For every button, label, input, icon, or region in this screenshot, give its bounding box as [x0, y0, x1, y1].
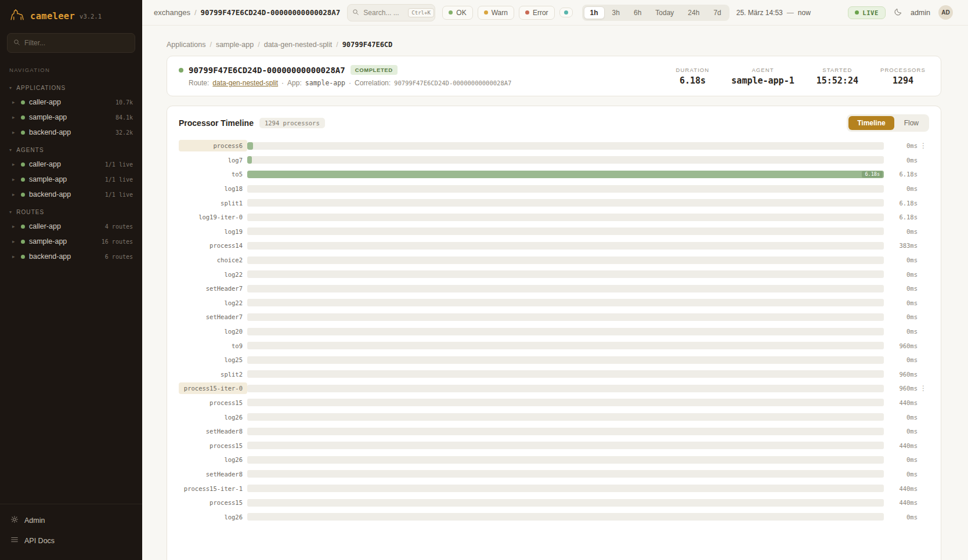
processor-count-badge: 1294 processors [259, 118, 325, 128]
kebab-menu-icon[interactable]: ⋮ [918, 384, 929, 392]
sidebar-filter-input[interactable] [24, 39, 129, 47]
time-range-24h[interactable]: 24h [681, 6, 706, 19]
view-timeline-button[interactable]: Timeline [848, 116, 894, 130]
timeline-row-log26[interactable]: log260ms⋮ [179, 410, 929, 424]
breadcrumb-exchanges[interactable]: exchanges [154, 8, 190, 17]
timeline-row-setHeader7[interactable]: setHeader70ms⋮ [179, 310, 929, 324]
timeline-row-process15[interactable]: process15440ms⋮ [179, 396, 929, 410]
duration-value: 0ms [884, 428, 918, 435]
processor-name: log22 [179, 297, 247, 309]
view-flow-button[interactable]: Flow [895, 116, 927, 130]
timeline-row-setHeader7[interactable]: setHeader70ms⋮ [179, 281, 929, 296]
sidebar-section-applications[interactable]: ▾APPLICATIONS [0, 78, 142, 95]
duration-value: 960ms [884, 371, 918, 378]
timeline-track [247, 156, 884, 164]
timeline-track [247, 313, 884, 321]
filter-chip-extra[interactable] [559, 8, 573, 17]
duration-value: 960ms [884, 342, 918, 349]
sidebar-item-sample-app[interactable]: ▸sample-app16 routes [0, 234, 142, 249]
date-range[interactable]: 25. März 14:53 — now [736, 9, 811, 17]
sidebar-item-sample-app[interactable]: ▸sample-app84.1k [0, 110, 142, 125]
time-range-1h[interactable]: 1h [584, 6, 605, 19]
timeline-row-log18[interactable]: log180ms⋮ [179, 182, 929, 196]
brand-logo[interactable]: cameleer v3.2.1 [0, 0, 142, 31]
timeline-row-split1[interactable]: split16.18s⋮ [179, 196, 929, 210]
time-range-today[interactable]: Today [649, 6, 680, 19]
timeline-row-log22[interactable]: log220ms⋮ [179, 267, 929, 281]
timeline-title: Processor Timeline [179, 118, 254, 128]
timeline-row-process14[interactable]: process14383ms⋮ [179, 239, 929, 253]
status-dot-icon [21, 225, 25, 229]
sidebar-section-agents[interactable]: ▾AGENTS [0, 140, 142, 157]
filter-chip-label: Warn [492, 9, 508, 17]
timeline-row-log20[interactable]: log200ms⋮ [179, 324, 929, 339]
stat-value: sample-app-1 [731, 75, 794, 86]
sidebar-section-routes[interactable]: ▾ROUTES [0, 202, 142, 219]
timeline-row-to9[interactable]: to9960ms⋮ [179, 338, 929, 353]
sidebar-item-caller-app[interactable]: ▸caller-app10.7k [0, 95, 142, 110]
brand-version: v3.2.1 [80, 13, 102, 20]
timeline-row-choice2[interactable]: choice20ms⋮ [179, 253, 929, 268]
timeline-track [247, 199, 884, 207]
time-range-6h[interactable]: 6h [627, 6, 648, 19]
filter-chip-ok[interactable]: OK [442, 6, 472, 20]
dark-mode-toggle[interactable] [894, 8, 902, 18]
avatar[interactable]: AD [938, 5, 953, 20]
filter-chip-error[interactable]: Error [519, 6, 555, 20]
processor-name: log20 [179, 326, 247, 337]
timeline-row-log25[interactable]: log250ms⋮ [179, 353, 929, 367]
api-docs-link[interactable]: API Docs [0, 530, 142, 551]
sidebar-item-backend-app[interactable]: ▸backend-app6 routes [0, 249, 142, 264]
stat-label: STARTED [817, 67, 858, 73]
route-link[interactable]: data-gen-nested-split [212, 79, 278, 87]
timeline-row-to5[interactable]: to56.18s6.18s⋮ [179, 167, 929, 182]
timeline-row-log19-iter-0[interactable]: log19-iter-06.18s⋮ [179, 210, 929, 225]
timeline-row-log26[interactable]: log260ms⋮ [179, 510, 929, 524]
timeline-row-setHeader8[interactable]: setHeader80ms⋮ [179, 424, 929, 439]
duration-value: 0ms [884, 271, 918, 278]
breadcrumb-route[interactable]: data-gen-nested-split [264, 41, 332, 49]
timeline-row-log7[interactable]: log70ms⋮ [179, 153, 929, 168]
processor-name: log26 [179, 511, 247, 523]
time-range-7d[interactable]: 7d [707, 6, 727, 19]
status-dot-icon [21, 255, 25, 259]
timeline-row-process6[interactable]: process60ms⋮ [179, 139, 929, 153]
sidebar-item-caller-app[interactable]: ▸caller-app4 routes [0, 219, 142, 234]
exchange-stats: DURATION6.18sAGENTsample-app-1STARTED15:… [676, 67, 926, 86]
timeline-row-log19[interactable]: log190ms⋮ [179, 225, 929, 239]
live-badge[interactable]: LIVE [848, 6, 886, 19]
timeline-track [247, 356, 884, 364]
filter-chip-warn[interactable]: Warn [478, 6, 514, 20]
timeline-row-process15-iter-0[interactable]: process15-iter-0960ms⋮ [179, 381, 929, 396]
stat-agent: AGENTsample-app-1 [731, 67, 794, 86]
sidebar-item-backend-app[interactable]: ▸backend-app32.2k [0, 125, 142, 140]
timeline-row-log26[interactable]: log260ms⋮ [179, 453, 929, 467]
timeline-row-process15-iter-1[interactable]: process15-iter-1440ms⋮ [179, 481, 929, 496]
breadcrumb-applications[interactable]: Applications [167, 41, 205, 49]
timeline-row-setHeader8[interactable]: setHeader80ms⋮ [179, 467, 929, 482]
sidebar-item-label: sample-app [29, 113, 67, 121]
breadcrumb: Applications / sample-app / data-gen-nes… [167, 41, 941, 49]
timeline-header: Processor Timeline 1294 processors Timel… [179, 114, 929, 132]
kebab-menu-icon[interactable]: ⋮ [918, 142, 929, 150]
timeline-row-process15[interactable]: process15440ms⋮ [179, 438, 929, 453]
topbar-breadcrumb: exchanges / 90799F47E6CD24D-000000000000… [154, 8, 340, 17]
sidebar-item-label: caller-app [29, 222, 61, 230]
sidebar-item-caller-app[interactable]: ▸caller-app1/1 live [0, 157, 142, 172]
time-range-3h[interactable]: 3h [606, 6, 626, 19]
app-root: cameleer v3.2.1 NAVIGATION ▾APPLICATIONS… [0, 0, 968, 560]
processor-name: log19-iter-0 [179, 211, 247, 223]
global-search-input[interactable] [363, 9, 404, 17]
sidebar-item-sample-app[interactable]: ▸sample-app1/1 live [0, 172, 142, 187]
sidebar-item-badge: 32.2k [115, 129, 133, 136]
timeline-row-process15[interactable]: process15440ms⋮ [179, 496, 929, 510]
duration-value: 6.18s [884, 214, 918, 221]
breadcrumb-sample-app[interactable]: sample-app [216, 41, 254, 49]
sidebar-item-backend-app[interactable]: ▸backend-app1/1 live [0, 187, 142, 202]
sidebar-filter[interactable] [7, 33, 135, 53]
admin-link[interactable]: Admin [0, 510, 142, 530]
timeline-row-log22[interactable]: log220ms⋮ [179, 296, 929, 310]
global-search[interactable]: Ctrl+K [347, 4, 435, 21]
timeline-row-split2[interactable]: split2960ms⋮ [179, 367, 929, 382]
user-name[interactable]: admin [911, 9, 930, 17]
